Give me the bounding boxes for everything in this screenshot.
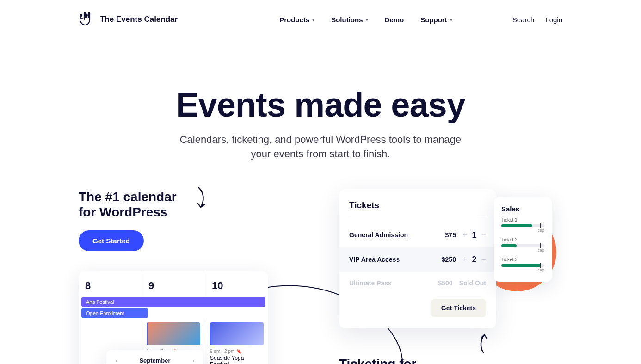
logo-icon <box>79 9 95 30</box>
sales-bar: Ticket 2cap <box>501 237 544 253</box>
day-col-8: 8 <box>79 271 142 296</box>
day-col-10: 10 <box>205 271 268 296</box>
ticketing-feature: Tickets General Admission$75+1−VIP Area … <box>339 189 562 364</box>
ticket-price: $75 <box>433 231 456 239</box>
ticket-name: Ultimate Pass <box>349 279 430 287</box>
ticket-price: $250 <box>433 256 456 263</box>
get-tickets-button[interactable]: Get Tickets <box>431 299 486 317</box>
event-bar-arts[interactable]: Arts Festival <box>81 297 265 307</box>
sales-cap-label: cap <box>501 228 544 233</box>
ticket-row: General Admission$75+1− <box>349 223 486 247</box>
qty-minus-button[interactable]: − <box>481 255 486 265</box>
ticket-price: $500 <box>430 279 453 287</box>
hero: Events made easy Calendars, ticketing, a… <box>0 85 641 161</box>
prev-month-button[interactable]: ‹ <box>114 357 119 364</box>
bookmark-icon: 🔖 <box>236 349 242 354</box>
nav-solutions[interactable]: Solutions▾ <box>331 16 368 24</box>
get-started-button[interactable]: Get Started <box>79 230 144 251</box>
nav-support[interactable]: Support▾ <box>420 16 452 24</box>
arrow-down-icon <box>194 187 208 212</box>
qty-stepper: +2− <box>462 255 486 265</box>
event-thumb <box>210 322 264 345</box>
sales-cap-label: cap <box>501 268 544 272</box>
tickets-card: Tickets General Admission$75+1−VIP Area … <box>339 189 496 328</box>
brand-name: The Events Calendar <box>100 15 178 24</box>
day-col-9: 9 <box>142 271 205 296</box>
qty-stepper: +1− <box>462 230 486 240</box>
qty-minus-button[interactable]: − <box>481 230 486 240</box>
chevron-down-icon: ▾ <box>312 17 314 22</box>
month-label: September <box>139 357 170 364</box>
qty-value: 2 <box>472 255 476 265</box>
qty-plus-button[interactable]: + <box>462 255 468 265</box>
sales-bar-label: Ticket 1 <box>501 217 544 222</box>
sales-bar-label: Ticket 3 <box>501 257 544 262</box>
hero-title: Events made easy <box>18 85 623 124</box>
features-section: The #1 calendar for WordPress Get Starte… <box>0 189 641 364</box>
nav-products[interactable]: Products▾ <box>279 16 314 24</box>
calendar-heading: The #1 calendar for WordPress <box>79 189 185 220</box>
brand-logo[interactable]: The Events Calendar <box>79 9 178 30</box>
ticket-row: Ultimate Pass$500Sold Out <box>349 272 486 294</box>
sales-bar: Ticket 1cap <box>501 217 544 233</box>
event-bar-open[interactable]: Open Enrollment <box>81 308 148 318</box>
calendar-mockup: 8 9 10 Arts Festival Open Enrollment 9 a… <box>79 271 268 364</box>
search-link[interactable]: Search <box>512 16 535 24</box>
chevron-down-icon: ▾ <box>366 17 368 22</box>
sales-cap-label: cap <box>501 248 544 253</box>
ticket-name: VIP Area Access <box>349 256 433 263</box>
ticket-name: General Admission <box>349 231 433 239</box>
next-month-button[interactable]: › <box>191 357 196 364</box>
sales-bar-label: Ticket 2 <box>501 237 544 242</box>
event-thumb <box>147 322 200 345</box>
sales-popover: Sales Ticket 1capTicket 2capTicket 3cap <box>494 197 552 282</box>
qty-value: 1 <box>472 230 476 240</box>
nav-demo[interactable]: Demo <box>385 16 404 24</box>
hero-subtitle: Calendars, ticketing, and powerful WordP… <box>173 133 468 161</box>
qty-plus-button[interactable]: + <box>462 230 468 240</box>
event-time: 9 am - 2 pm <box>210 349 234 354</box>
tickets-title: Tickets <box>349 200 486 216</box>
site-header: The Events Calendar Products▾ Solutions▾… <box>0 0 641 39</box>
main-nav: Products▾ Solutions▾ Demo Support▾ <box>279 16 452 24</box>
sales-title: Sales <box>501 205 544 213</box>
ticket-row: VIP Area Access$250+2− <box>339 247 496 272</box>
event-name[interactable]: Seaside Yoga Festival <box>210 355 264 364</box>
calendar-feature: The #1 calendar for WordPress Get Starte… <box>79 189 302 364</box>
arrow-up-icon <box>478 333 489 355</box>
ticketing-heading: Ticketing for WordPress made simple <box>339 356 478 364</box>
soldout-label: Sold Out <box>459 279 486 287</box>
sales-bar: Ticket 3cap <box>501 257 544 272</box>
chevron-down-icon: ▾ <box>450 17 452 22</box>
login-link[interactable]: Login <box>545 16 562 24</box>
mini-month-popover: ‹ September › SMTWTFS1234567891011121314… <box>106 350 203 364</box>
header-utilities: Search Login <box>512 16 562 24</box>
